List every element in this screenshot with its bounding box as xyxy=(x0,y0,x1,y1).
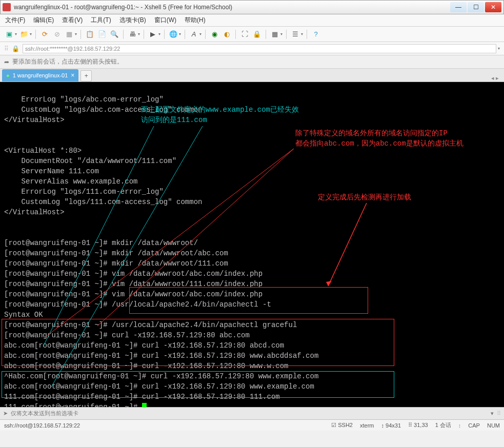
help-icon[interactable]: ? xyxy=(311,29,321,39)
annotation-2-line2: 都会指向abc.com，因为abc.com是默认的虚拟主机 xyxy=(295,138,463,149)
menu-file[interactable]: 文件(F) xyxy=(5,16,25,25)
separator xyxy=(235,30,236,39)
send-dropdown-icon[interactable]: ▾ xyxy=(491,410,494,417)
find-icon[interactable]: 🔍 xyxy=(109,29,119,39)
terminal-line: ServerAlias www.example.com xyxy=(4,176,500,187)
menu-edit[interactable]: 编辑(E) xyxy=(33,16,54,25)
dropdown-icon[interactable]: ▾ xyxy=(158,32,160,36)
dropdown-icon[interactable]: ▾ xyxy=(30,32,32,36)
address-input[interactable] xyxy=(23,44,496,53)
terminal-line xyxy=(4,228,500,238)
lock-icon: 🔒 xyxy=(12,45,19,52)
new-tab-button[interactable]: + xyxy=(80,70,92,82)
open-folder-icon[interactable]: 📁 xyxy=(19,29,29,39)
terminal-line: CustomLog "logs/111.com-access_log" comm… xyxy=(4,197,500,207)
address-dropdown-icon[interactable]: ▾ xyxy=(498,46,500,51)
layout-icon[interactable]: ▦ xyxy=(270,29,280,39)
address-grip-icon: ⠿ xyxy=(4,45,9,52)
separator xyxy=(266,30,266,39)
dropdown-icon[interactable]: ▾ xyxy=(301,32,303,36)
menu-tools[interactable]: 工具(T) xyxy=(91,16,111,25)
status-sessions: 1 会话 xyxy=(435,421,451,429)
add-session-icon[interactable]: ➦ xyxy=(4,58,9,66)
separator xyxy=(164,30,165,39)
status-size: ↕ 94x31 xyxy=(381,422,401,429)
status-num: NUM xyxy=(487,422,500,429)
tab-close-icon[interactable]: × xyxy=(71,72,74,79)
terminal-line: ErrorLog "logs/111.com-error_log" xyxy=(4,187,500,197)
send-icon[interactable]: ➤ xyxy=(3,410,8,417)
highlight-box-apachectl xyxy=(129,287,368,314)
menu-window[interactable]: 窗口(W) xyxy=(154,16,176,25)
send-bar: ➤ 仅将文本发送到当前选项卡 ▾ ⠿ xyxy=(0,407,504,419)
dropdown-icon[interactable]: ▾ xyxy=(179,32,181,36)
separator xyxy=(286,30,287,39)
fullscreen-icon[interactable]: ⛶ xyxy=(239,29,250,39)
terminal-line: [root@wangruifeng-01 ~]# mkdir /data/www… xyxy=(4,248,500,258)
hint-bar: ➦ 要添加当前会话，点击左侧的箭头按钮。 xyxy=(0,55,504,69)
new-session-icon[interactable]: ▣ xyxy=(4,29,14,39)
window-titlebar: wangruifenglinux-01 - root@wangruifeng-0… xyxy=(0,0,504,14)
paste-icon[interactable]: 📄 xyxy=(97,29,107,39)
reconnect-icon[interactable]: ⟳ xyxy=(39,29,50,39)
window-title: wangruifenglinux-01 - root@wangruifeng-0… xyxy=(14,4,449,11)
disconnect-icon[interactable]: ⊘ xyxy=(52,29,62,39)
status-pos: ⠿ 31,33 xyxy=(408,422,428,429)
menu-help[interactable]: 帮助(H) xyxy=(185,16,206,25)
terminal-line xyxy=(4,217,500,228)
status-term: xterm xyxy=(360,422,374,429)
terminal-line: ErrorLog "logs/abc.com-error_log" xyxy=(4,94,500,105)
font-icon[interactable]: A xyxy=(189,29,199,39)
terminal-line: 111.com[root@wangruifeng-01 ~]# xyxy=(4,402,500,407)
minimize-button[interactable]: — xyxy=(450,2,467,12)
separator xyxy=(35,30,36,39)
dropdown-icon[interactable]: ▾ xyxy=(138,32,140,36)
toolbar: ▣▾ 📁▾ ⟳ ⊘ ▦▾ 📋 📄 🔍 🖶▾ ▶▾ 🌐▾ A▾ ◉ ◐ ⛶ 🔒 ▦… xyxy=(0,27,504,42)
terminal-line: </VirtualHost> xyxy=(4,115,500,125)
color-icon[interactable]: ◉ xyxy=(209,29,219,39)
send-text: 仅将文本发送到当前选项卡 xyxy=(11,410,488,417)
annotation-3: 定义完成后先检测再进行加载 xyxy=(318,192,411,202)
annotation-1-line2: 访问到的是111.com xyxy=(141,115,207,125)
list-icon[interactable]: ☰ xyxy=(290,29,300,39)
status-proto: ☑ SSH2 xyxy=(331,422,353,429)
maximize-button[interactable]: ☐ xyxy=(468,2,484,12)
session-tab[interactable]: ● 1 wangruifenglinux-01 × xyxy=(2,69,78,82)
close-button[interactable]: ✕ xyxy=(485,2,501,12)
globe-icon[interactable]: 🌐 xyxy=(168,29,178,39)
status-cap: CAP xyxy=(468,422,480,429)
separator xyxy=(123,30,124,39)
dropdown-icon[interactable]: ▾ xyxy=(280,32,283,36)
lock-icon[interactable]: 🔒 xyxy=(252,29,262,39)
print-icon[interactable]: 🖶 xyxy=(127,29,137,39)
separator xyxy=(80,30,81,39)
menu-view[interactable]: 查看(V) xyxy=(62,16,83,25)
tab-nav[interactable]: ◂ ▸ xyxy=(491,75,502,82)
status-bar: ssh://root@192.168.57.129:22 ☑ SSH2 xter… xyxy=(0,419,504,431)
dropdown-icon[interactable]: ▾ xyxy=(75,32,77,36)
highlight-box-curl-abc xyxy=(2,319,394,366)
menu-tabs[interactable]: 选项卡(B) xyxy=(119,16,146,25)
dropdown-icon[interactable]: ▾ xyxy=(15,32,17,36)
script-icon[interactable]: ▶ xyxy=(148,29,158,39)
terminal-line: [root@wangruifeng-01 ~]# mkdir /data/www… xyxy=(4,258,500,269)
separator xyxy=(144,30,144,39)
separator xyxy=(205,30,206,39)
hint-text: 要添加当前会话，点击左侧的箭头按钮。 xyxy=(12,57,123,66)
app-icon xyxy=(3,3,11,11)
status-updown-icon: ↕ xyxy=(458,422,461,429)
properties-icon[interactable]: ▦ xyxy=(64,29,74,39)
annotation-2-line1: 除了特殊定义的域名外所有的域名访问指定的IP xyxy=(295,128,448,138)
terminal-line: ServerName 111.com xyxy=(4,166,500,176)
menubar: 文件(F) 编辑(E) 查看(V) 工具(T) 选项卡(B) 窗口(W) 帮助(… xyxy=(0,14,504,27)
terminal-line: DocumentRoot "/data/wwwroot/111.com" xyxy=(4,156,500,166)
highlight-icon[interactable]: ◐ xyxy=(221,29,232,39)
cursor xyxy=(142,403,147,407)
annotation-1-line1: 而主配置文件定义的www.example.com已经失效 xyxy=(141,105,299,115)
dropdown-icon[interactable]: ▾ xyxy=(199,32,201,36)
window-controls: — ☐ ✕ xyxy=(449,2,501,12)
terminal[interactable]: ErrorLog "logs/abc.com-error_log" Custom… xyxy=(0,82,504,407)
copy-icon[interactable]: 📋 xyxy=(85,29,95,39)
separator xyxy=(185,30,185,39)
terminal-line: </VirtualHost> xyxy=(4,207,500,217)
